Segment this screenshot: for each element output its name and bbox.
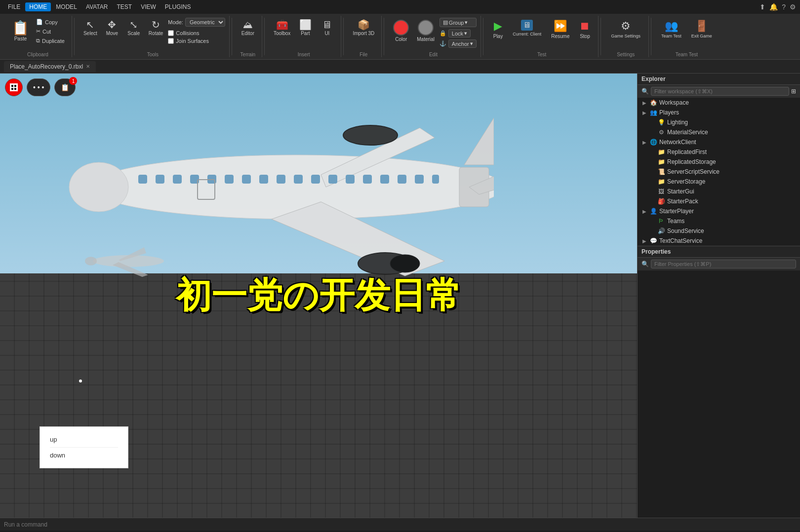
tree-item-serverscriptservice[interactable]: 📜 ServerScriptService [638,167,800,177]
group-dropdown[interactable]: ▤ Group ▾ [440,18,477,27]
tree-item-networkclient[interactable]: ▶ 🌐 NetworkClient [638,137,800,147]
edit-label: Edit [429,50,438,57]
move-button[interactable]: ✥ Move [102,18,122,38]
toolbox-button[interactable]: 🧰 Toolbox [271,18,293,38]
settings-icon[interactable]: ⚙ [790,3,796,11]
current-client-button[interactable]: 🖥 Current: Client [509,18,545,38]
collisions-checkbox[interactable]: Collisions [168,30,225,37]
test-tools: ▶ Play 🖥 Current: Client ⏩ Resume ⏹ Stop [489,16,595,50]
menu-view[interactable]: VIEW [137,2,160,11]
players-expand[interactable]: ▶ [641,110,647,115]
tree-item-starterplayer[interactable]: ▶ 👤 StarterPlayer [638,206,800,216]
viewport[interactable]: 初一党の开发日常 • • • 📋 1 [0,74,637,518]
starterplayer-expand[interactable]: ▶ [641,209,647,214]
workspace-expand[interactable]: ▶ [641,100,647,106]
part-button[interactable]: ⬜ Part [295,18,315,38]
properties-filter-input[interactable] [651,260,796,268]
select-icon: ↖ [86,20,94,30]
explorer-filter-input[interactable] [651,87,789,96]
replicatedfirst-icon: 📁 [657,148,665,156]
menu-home[interactable]: HOME [25,2,51,11]
game-settings-button[interactable]: ⚙ Game Settings [607,18,644,40]
tree-item-lighting[interactable]: 💡 Lighting [638,117,800,127]
ui-button[interactable]: 🖥 UI [317,18,337,38]
textchatservice-expand[interactable]: ▶ [641,238,647,244]
textchatservice-icon: 💬 [649,237,657,245]
resume-button[interactable]: ⏩ Resume [547,18,573,41]
menu-file[interactable]: FILE [4,2,24,11]
import-3d-button[interactable]: 📦 Import 3D [350,18,377,38]
tools-group: ↖ Select ✥ Move ⤡ Scale ↻ Rotate Mo [77,16,230,57]
networkclient-expand[interactable]: ▶ [641,140,647,145]
material-button[interactable]: Material [414,18,438,44]
svg-rect-37 [14,88,16,90]
tree-item-serverstorage[interactable]: 📁 ServerStorage [638,177,800,187]
menu-plugins[interactable]: PLUGINS [161,2,195,11]
current-client-icon: 🖥 [521,20,533,31]
copy-icon: 📄 [36,19,43,25]
materialservice-expand [649,130,655,135]
command-input[interactable] [4,521,796,528]
more-button[interactable]: • • • [27,78,50,96]
tree-item-replicatedfirst[interactable]: 📁 ReplicatedFirst [638,147,800,157]
edit-tools: Color Material ▤ Group ▾ 🔒 Lock [390,16,476,50]
replicatedstorage-icon: 📁 [657,158,665,166]
clipboard-group: 📋 Paste 📄 Copy ✂ Cut ⧉ [4,16,72,57]
small-clipboard-buttons: 📄 Copy ✂ Cut ⧉ Duplicate [33,18,68,45]
tree-item-workspace[interactable]: ▶ 🏠 Workspace [638,98,800,108]
help-icon[interactable]: ? [782,3,786,11]
tree-item-teams[interactable]: 🏳 Teams [638,216,800,226]
insert-label: Insert [298,50,310,57]
scale-icon: ⤡ [129,20,138,30]
menu-test[interactable]: TEST [113,2,136,11]
svg-point-0 [89,155,494,219]
popup-item-down: down [50,448,118,463]
notifications-button[interactable]: 📋 1 [54,78,76,96]
team-test-group: 👥 Team Test 🚪 Exit Game Team Test [653,16,720,57]
color-button[interactable]: Color [390,18,412,44]
tree-item-textchatservice[interactable]: ▶ 💬 TextChatService [638,236,800,246]
ribbon-content: 📋 Paste 📄 Copy ✂ Cut ⧉ [0,14,800,59]
scale-button[interactable]: ⤡ Scale [124,18,144,38]
rotate-button[interactable]: ↻ Rotate [146,18,166,38]
collisions-input[interactable] [168,30,174,36]
file-tab[interactable]: Place_AutoRecovery_0.rbxl ✕ [4,61,96,72]
exit-game-button[interactable]: 🚪 Exit Game [687,18,716,40]
popup-item-up: up [50,432,118,448]
join-surfaces-input[interactable] [168,38,174,44]
team-test-button[interactable]: 👥 Team Test [657,18,685,40]
menu-model[interactable]: MODEL [52,2,81,11]
play-button[interactable]: ▶ Play [489,18,507,41]
tree-item-startergui[interactable]: 🖼 StarterGui [638,187,800,196]
paste-button[interactable]: 📋 Paste [8,18,33,45]
copy-button[interactable]: 📄 Copy [33,18,68,26]
serverscriptservice-icon: 📜 [657,168,665,176]
notification-icon[interactable]: 🔔 [769,3,778,11]
tree-item-starterpack[interactable]: 🎒 StarterPack [638,196,800,206]
file-tab-close[interactable]: ✕ [86,64,90,69]
join-surfaces-checkbox[interactable]: Join Surfaces [168,38,225,44]
tree-item-materialservice[interactable]: ⚙ MaterialService [638,127,800,137]
stop-button[interactable]: ⏹ Stop [575,18,594,41]
mode-select[interactable]: Geometric [185,18,225,27]
roblox-logo-button[interactable] [5,78,23,96]
cut-button[interactable]: ✂ Cut [33,27,68,36]
select-button[interactable]: ↖ Select [80,18,100,38]
statusbar [0,518,800,531]
expand-all-icon[interactable]: ⊞ [791,88,796,95]
menu-avatar[interactable]: AVATAR [82,2,112,11]
tree-item-players[interactable]: ▶ 👥 Players [638,108,800,117]
part-icon: ⬜ [299,20,312,30]
explorer-filter: 🔍 ⊞ [638,85,800,98]
tree-item-replicatedstorage[interactable]: 📁 ReplicatedStorage [638,157,800,167]
tree-item-soundservice[interactable]: 🔊 SoundService [638,226,800,236]
duplicate-button[interactable]: ⧉ Duplicate [33,37,68,45]
anchor-dropdown[interactable]: Anchor ▾ [448,39,477,48]
terrain-editor-button[interactable]: ⛰ Editor [238,18,258,38]
lock-dropdown[interactable]: Lock ▾ [448,29,471,38]
sep8 [651,18,651,55]
expand-icon[interactable]: ⬆ [760,3,765,11]
paste-icon: 📋 [12,20,29,36]
materialservice-icon: ⚙ [657,128,665,136]
stop-icon: ⏹ [579,20,590,33]
